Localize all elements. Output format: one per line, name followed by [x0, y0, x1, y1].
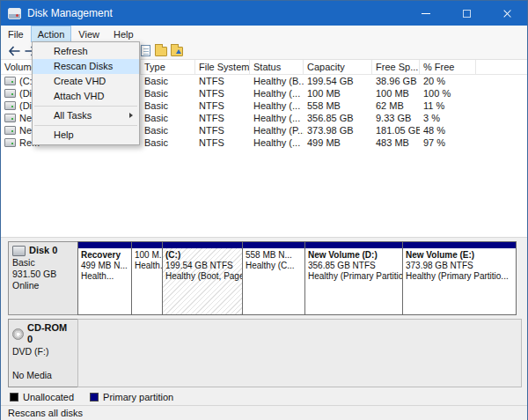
back-icon	[8, 46, 21, 56]
drive-icon	[4, 101, 16, 110]
partition-status: Healthy (C...	[246, 261, 302, 271]
drive-icon	[4, 114, 16, 122]
column-type[interactable]: Type	[141, 60, 195, 74]
maximize-button[interactable]	[446, 1, 487, 26]
partition-name: New Volume (D:)	[308, 250, 400, 261]
pct-free-cell: 11 %	[420, 100, 476, 111]
column-free-space[interactable]: Free Sp...	[372, 60, 420, 74]
spacer	[12, 357, 74, 370]
submenu-arrow-icon	[129, 113, 133, 118]
file-system-cell: NTFS	[195, 100, 250, 111]
column-capacity[interactable]: Capacity	[304, 60, 372, 74]
partition-block[interactable]: 558 MB N...Healthy (C...	[242, 241, 305, 315]
partition-size: 356.85 GB NTFS	[308, 261, 400, 271]
partition-type-stripe	[163, 242, 242, 248]
menu-item-create-vhd[interactable]: Create VHD	[33, 74, 139, 89]
folder-up-icon	[171, 47, 183, 56]
menu-view[interactable]: View	[71, 26, 106, 42]
disk0-header[interactable]: Disk 0 Basic 931.50 GB Online	[8, 241, 78, 315]
partition-status: Healthy (Primary Partitio...	[308, 271, 400, 282]
type-cell: Basic	[141, 88, 195, 99]
partition-size: 373.98 GB NTFS	[406, 261, 513, 271]
column-file-system[interactable]: File System	[195, 60, 250, 74]
title-bar: Disk Management	[1, 1, 527, 26]
menu-item-help[interactable]: Help	[33, 128, 139, 143]
menu-file[interactable]: File	[1, 26, 31, 42]
folder-button[interactable]	[153, 43, 169, 59]
partition-type-stripe	[78, 242, 131, 248]
primary-partition-swatch	[90, 393, 99, 402]
menu-item-all-tasks[interactable]: All Tasks	[33, 108, 139, 123]
partition-block[interactable]: 100 M...Health...	[131, 241, 163, 315]
type-cell: Basic	[141, 137, 195, 148]
folder-icon	[155, 47, 167, 56]
menu-bar: File Action View Help	[1, 26, 527, 42]
cd-rom-icon	[12, 328, 24, 340]
file-system-cell: NTFS	[195, 137, 250, 148]
free-space-cell: 483 MB	[372, 137, 420, 148]
status-cell: Healthy (...	[250, 88, 304, 99]
menu-item-attach-vhd[interactable]: Attach VHD	[33, 89, 139, 104]
drive-icon	[4, 89, 16, 98]
legend: Unallocated Primary partition	[1, 389, 527, 405]
maximize-icon	[463, 10, 471, 18]
file-system-cell: NTFS	[195, 88, 250, 99]
free-space-cell: 62 MB	[372, 100, 420, 111]
disk-name: Disk 0	[29, 245, 57, 256]
partition-status: Health...	[135, 261, 159, 271]
drive-icon	[4, 77, 16, 85]
type-cell: Basic	[141, 113, 195, 123]
menu-help[interactable]: Help	[106, 26, 141, 42]
partition-status: Healthy (Primary Partitio...	[406, 271, 513, 282]
free-space-cell: 181.05 GB	[372, 125, 420, 136]
legend-item: Unallocated	[10, 392, 74, 402]
capacity-cell: 199.54 GB	[304, 76, 372, 86]
partition-size: 199.54 GB NTFS	[165, 261, 239, 271]
menu-item-rescan-disks[interactable]: Rescan Disks	[33, 59, 139, 74]
legend-label: Primary partition	[103, 392, 173, 402]
window-controls	[406, 1, 527, 26]
folder-up-button[interactable]	[169, 43, 185, 59]
status-cell: Healthy (...	[250, 137, 304, 148]
status-cell: Healthy (P...	[250, 125, 304, 136]
action-dropdown-menu: Refresh Rescan Disks Create VHD Attach V…	[32, 41, 140, 145]
legend-item: Primary partition	[90, 392, 173, 402]
column-filler	[476, 60, 527, 74]
pct-free-cell: 20 %	[420, 76, 476, 86]
legend-label: Unallocated	[23, 392, 74, 402]
cdrom-status: No Media	[12, 370, 74, 381]
menu-item-refresh[interactable]: Refresh	[33, 44, 139, 59]
partition-name: (C:)	[165, 250, 239, 261]
hard-disk-icon	[12, 246, 26, 256]
free-space-cell: 100 MB	[372, 88, 420, 99]
type-cell: Basic	[141, 76, 195, 86]
free-space-cell: 38.96 GB	[372, 76, 420, 86]
minimize-icon	[422, 13, 430, 14]
type-cell: Basic	[141, 100, 195, 111]
partition-type-stripe	[243, 242, 304, 248]
cdrom-media-area[interactable]	[77, 319, 522, 387]
partition-block[interactable]: (C:)199.54 GB NTFSHealthy (Boot, Page Fi…	[162, 241, 243, 315]
partition-block[interactable]: New Volume (D:)356.85 GB NTFSHealthy (Pr…	[304, 241, 403, 315]
close-icon	[502, 9, 512, 18]
capacity-cell: 499 MB	[304, 137, 372, 148]
status-cell: Healthy (B...	[250, 76, 304, 86]
close-button[interactable]	[487, 1, 527, 26]
partition-name: Recovery	[81, 250, 128, 261]
cdrom-panel: CD-ROM 0 DVD (F:) No Media	[8, 319, 522, 387]
file-system-cell: NTFS	[195, 76, 250, 86]
back-button[interactable]	[6, 43, 22, 59]
graphical-view: Disk 0 Basic 931.50 GB Online Recovery49…	[1, 237, 527, 389]
capacity-cell: 373.98 GB	[304, 125, 372, 136]
column-status[interactable]: Status	[250, 60, 304, 74]
cdrom-header[interactable]: CD-ROM 0 DVD (F:) No Media	[8, 319, 78, 387]
menu-action[interactable]: Action	[31, 26, 72, 42]
disk-management-icon	[8, 8, 21, 19]
partition-name: New Volume (E:)	[406, 250, 513, 261]
partition-block[interactable]: Recovery499 MB N...Health...	[77, 241, 132, 315]
menu-separator	[34, 125, 137, 126]
partition-block[interactable]: New Volume (E:)373.98 GB NTFSHealthy (Pr…	[402, 241, 517, 315]
pct-free-cell: 100 %	[420, 88, 476, 99]
minimize-button[interactable]	[406, 1, 446, 26]
column-pct-free[interactable]: % Free	[420, 60, 476, 74]
